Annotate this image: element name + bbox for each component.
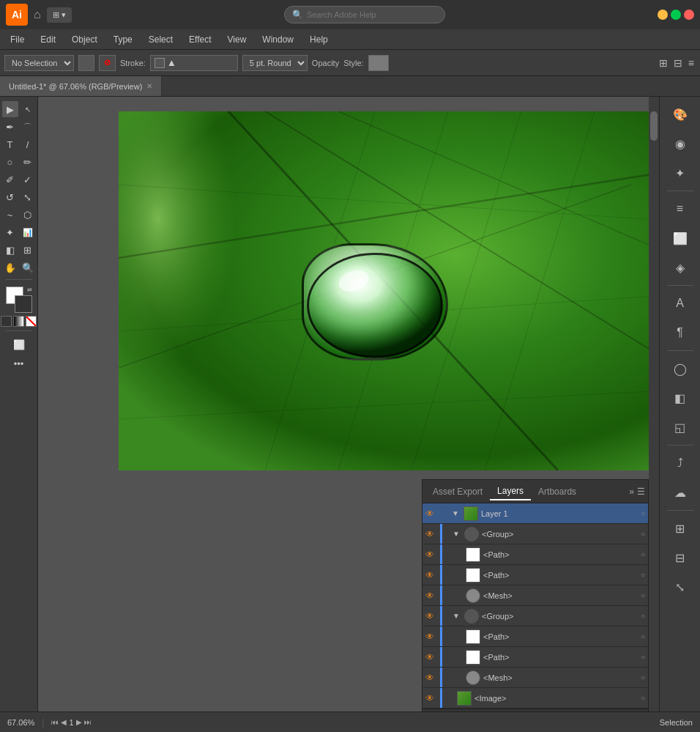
layer-row-image1[interactable]: 👁 <Image> ○	[422, 688, 648, 709]
stroke-up[interactable]: ▲	[167, 57, 176, 68]
layer-row-path4[interactable]: 👁 <Path> ○	[422, 647, 648, 668]
next-page-btn[interactable]: ▶	[76, 718, 82, 726]
layer-row-mesh1[interactable]: 👁 <Mesh> ○	[422, 585, 648, 606]
grid-view-btn[interactable]: ⊞	[658, 56, 669, 70]
layer-target-layer1[interactable]: ○	[641, 509, 645, 517]
visibility-icon-group1[interactable]: 👁	[425, 529, 437, 539]
visibility-icon-group2[interactable]: 👁	[425, 611, 437, 621]
align-btn[interactable]: ⊟	[672, 56, 684, 70]
last-page-btn[interactable]: ⏭	[84, 718, 92, 726]
zoom-tool[interactable]: 🔍	[20, 259, 36, 276]
menu-window[interactable]: Window	[255, 32, 301, 48]
layer-target-mesh2[interactable]: ○	[641, 673, 645, 681]
panel-expand-btn[interactable]: »	[629, 487, 634, 497]
type-tool[interactable]: T	[2, 136, 18, 152]
para-panel-btn[interactable]: ¶	[667, 319, 693, 346]
visibility-icon-mesh2[interactable]: 👁	[425, 673, 437, 683]
gradient-panel-btn[interactable]: ◧	[667, 385, 693, 411]
graph-tool[interactable]: 📊	[20, 224, 36, 240]
rotate-tool[interactable]: ↺	[2, 189, 18, 205]
paintbrush-tool[interactable]: ✏	[20, 154, 36, 170]
libraries-panel-btn[interactable]: ☁	[667, 479, 693, 506]
export-panel-btn[interactable]: ⤴	[667, 450, 693, 476]
stroke-panel-btn[interactable]: ◯	[667, 355, 693, 382]
layer-target-path3[interactable]: ○	[641, 632, 645, 640]
visibility-icon-path1[interactable]: 👁	[425, 550, 437, 560]
shaper-tool[interactable]: ✓	[20, 171, 36, 188]
none-swatch[interactable]	[26, 316, 37, 327]
line-tool[interactable]: /	[20, 136, 36, 152]
ellipse-tool[interactable]: ○	[2, 154, 18, 170]
layer-row-group2[interactable]: 👁 ▼ <Group> ○	[422, 606, 648, 626]
menu-file[interactable]: File	[3, 32, 31, 48]
visibility-icon-path2[interactable]: 👁	[425, 570, 437, 580]
fill-type-btn[interactable]: ⊘	[99, 55, 116, 71]
doc-tab-active[interactable]: Untitled-1* @ 67.06% (RGB/Preview) ✕	[0, 76, 162, 96]
visibility-icon-path3[interactable]: 👁	[425, 632, 437, 642]
search-input[interactable]	[307, 10, 424, 19]
swap-colors-icon[interactable]: ⇄	[27, 286, 32, 293]
symbols-panel-btn[interactable]: ✦	[667, 160, 693, 186]
layer-row-path1[interactable]: 👁 <Path> ○	[422, 544, 648, 565]
tab-layers[interactable]: Layers	[490, 483, 531, 500]
panel-menu-btn[interactable]: ☰	[637, 487, 645, 497]
mesh-tool[interactable]: ⊞	[20, 242, 36, 258]
free-transform-tool[interactable]: ⬡	[20, 207, 36, 223]
selection-tool[interactable]: ▶	[2, 101, 18, 117]
first-page-btn[interactable]: ⏮	[51, 718, 59, 726]
layer-target-path2[interactable]: ○	[641, 571, 645, 579]
expand-group1[interactable]: ▼	[453, 530, 461, 538]
layer-target-image1[interactable]: ○	[641, 694, 645, 702]
align-panel-btn[interactable]: ⊞	[667, 515, 693, 541]
stroke-type-select[interactable]: 5 pt. Round	[242, 55, 308, 71]
direct-selection-tool[interactable]: ↖	[20, 101, 36, 117]
canvas-scrollbar[interactable]	[649, 97, 659, 732]
menu-view[interactable]: View	[220, 32, 254, 48]
menu-object[interactable]: Object	[64, 32, 105, 48]
tab-artboards[interactable]: Artboards	[531, 484, 584, 500]
visibility-icon-mesh1[interactable]: 👁	[425, 591, 437, 601]
layer-target-path1[interactable]: ○	[641, 550, 645, 558]
gradient-tool[interactable]: ◧	[2, 242, 18, 258]
menu-type[interactable]: Type	[106, 32, 140, 48]
workspace-switcher[interactable]: ⊞ ▾	[47, 7, 72, 23]
doc-tab-close[interactable]: ✕	[146, 82, 152, 90]
pathfinder-panel-btn[interactable]: ⊟	[667, 544, 693, 571]
hand-tool[interactable]: ✋	[2, 259, 18, 276]
transparency-panel-btn[interactable]: ◱	[667, 414, 693, 440]
menu-effect[interactable]: Effect	[182, 32, 218, 48]
menu-help[interactable]: Help	[302, 32, 335, 48]
layer-target-group2[interactable]: ○	[641, 612, 645, 620]
layer-row-path3[interactable]: 👁 <Path> ○	[422, 626, 648, 647]
visibility-icon-image1[interactable]: 👁	[425, 693, 437, 703]
maximize-button[interactable]	[671, 10, 681, 20]
expand-group2[interactable]: ▼	[453, 612, 461, 620]
more-tools-btn[interactable]: •••	[6, 355, 32, 371]
layer-target-mesh1[interactable]: ○	[641, 591, 645, 599]
artboard-tool[interactable]: ⬜	[6, 336, 32, 352]
layer-row-group1[interactable]: 👁 ▼ <Group> ○	[422, 524, 648, 544]
gradient-swatch[interactable]	[13, 316, 24, 327]
fill-color-swatch[interactable]	[78, 55, 94, 71]
minimize-button[interactable]	[658, 10, 668, 20]
menu-edit[interactable]: Edit	[33, 32, 63, 48]
scale-tool[interactable]: ⤡	[20, 189, 36, 205]
color-panel-btn[interactable]: 🎨	[667, 101, 693, 127]
appearance-panel-btn[interactable]: ◉	[667, 130, 693, 157]
color-swatch[interactable]	[1, 316, 12, 327]
layer-target-group1[interactable]: ○	[641, 530, 645, 538]
warp-tool[interactable]: ~	[2, 207, 18, 223]
layer-row-mesh2[interactable]: 👁 <Mesh> ○	[422, 668, 648, 688]
style-swatch[interactable]	[368, 55, 389, 71]
prev-page-btn[interactable]: ◀	[61, 718, 67, 726]
layer-row-path2[interactable]: 👁 <Path> ○	[422, 565, 648, 585]
pen-tool[interactable]: ✒	[2, 119, 18, 135]
char-panel-btn[interactable]: A	[667, 290, 693, 317]
layer-target-path4[interactable]: ○	[641, 653, 645, 661]
swatches-panel-btn[interactable]: ⬜	[667, 225, 693, 251]
graphic-styles-btn[interactable]: ◈	[667, 254, 693, 281]
pencil-tool[interactable]: ✐	[2, 171, 18, 188]
expand-layer1[interactable]: ▼	[452, 509, 461, 517]
curvature-tool[interactable]: ⌒	[20, 119, 36, 135]
tab-asset-export[interactable]: Asset Export	[425, 484, 490, 500]
